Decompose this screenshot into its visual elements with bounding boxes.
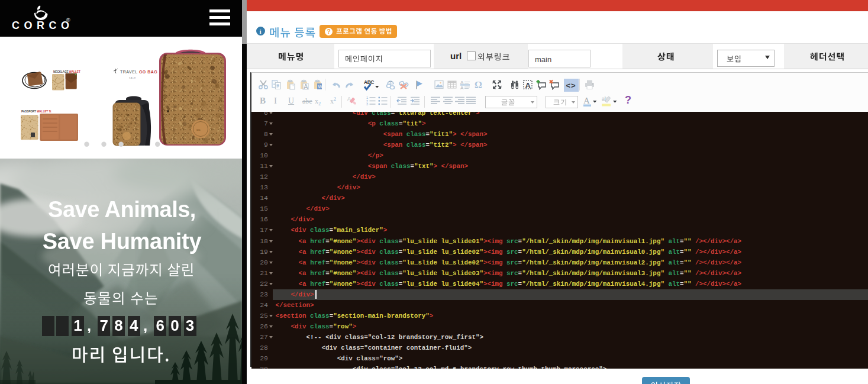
svg-text:A: A — [525, 81, 531, 90]
svg-text:A: A — [304, 83, 308, 90]
svg-text:S A L E: S A L E — [129, 77, 136, 79]
svg-text:<>: <> — [566, 81, 576, 90]
svg-text:3: 3 — [366, 102, 368, 106]
svg-text:PASSPORT WALLET 7t: PASSPORT WALLET 7t — [21, 110, 51, 113]
svg-text:Ω: Ω — [475, 80, 482, 90]
svg-text:TRAVEL GO BAG: TRAVEL GO BAG — [120, 70, 157, 74]
svg-text:ABC: ABC — [364, 79, 374, 85]
svg-text:W: W — [318, 84, 323, 89]
svg-text:A: A — [583, 96, 590, 105]
svg-text:A: A — [460, 85, 464, 90]
svg-text:NECKLACE WALLET: NECKLACE WALLET — [53, 70, 80, 73]
svg-text:co.: co. — [196, 128, 201, 131]
